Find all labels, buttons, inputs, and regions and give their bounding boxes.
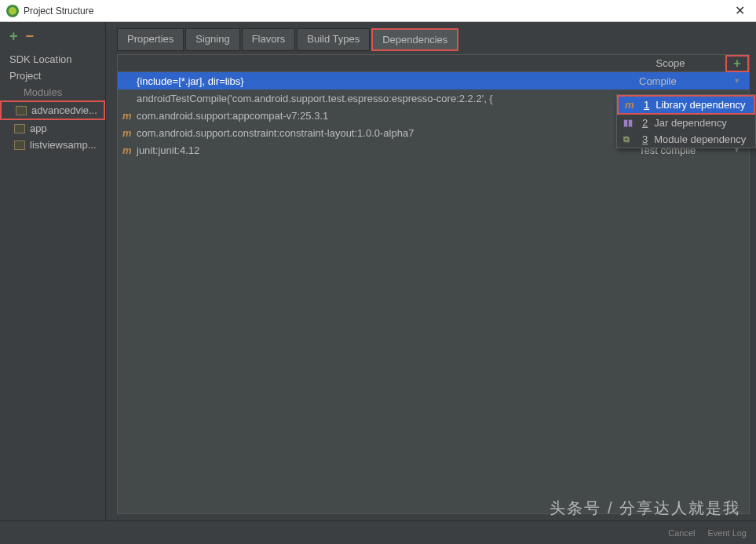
dependency-type-icon: m bbox=[122, 110, 133, 122]
tab-build-types[interactable]: Build Types bbox=[297, 28, 370, 51]
titlebar: Project Structure ✕ bbox=[0, 0, 756, 22]
dependency-name: com.android.support:appcompat-v7:25.3.1 bbox=[137, 110, 328, 122]
sidebar: + − SDK Location Project Modules advance… bbox=[0, 22, 106, 520]
jar-icon: ▮▮ bbox=[623, 118, 636, 128]
sidebar-item-project[interactable]: Project bbox=[0, 68, 105, 84]
add-module-icon[interactable]: + bbox=[9, 28, 18, 45]
module-icon bbox=[14, 141, 25, 150]
sidebar-item-advancedview[interactable]: advancedvie... bbox=[0, 100, 105, 120]
app-icon bbox=[6, 5, 19, 17]
menu-item-module-dependency[interactable]: ⧉ 3 Module dependency bbox=[617, 131, 755, 148]
remove-module-icon[interactable]: − bbox=[26, 28, 35, 45]
dependency-name: androidTestCompile('com.android.support.… bbox=[137, 93, 493, 104]
module-icon: ⧉ bbox=[623, 134, 636, 144]
sidebar-item-label: listviewsamp... bbox=[30, 139, 97, 151]
cancel-button[interactable]: Cancel bbox=[668, 528, 695, 538]
tab-flavors[interactable]: Flavors bbox=[242, 28, 296, 51]
chevron-down-icon[interactable]: ▼ bbox=[733, 77, 749, 85]
tab-properties[interactable]: Properties bbox=[117, 28, 184, 51]
sidebar-item-app[interactable]: app bbox=[0, 120, 105, 137]
tabs: Properties Signing Flavors Build Types D… bbox=[117, 28, 750, 51]
dependency-name: junit:junit:4.12 bbox=[137, 144, 199, 156]
sidebar-toolbar: + − bbox=[0, 28, 105, 51]
event-log-button[interactable]: Event Log bbox=[707, 528, 747, 538]
content: Properties Signing Flavors Build Types D… bbox=[111, 22, 756, 520]
add-dependency-menu: m 1 Library dependency ▮▮ 2 Jar dependen… bbox=[616, 94, 756, 148]
menu-hotkey: 1 bbox=[644, 99, 649, 111]
module-icon bbox=[16, 106, 27, 115]
menu-label: Jar dependency bbox=[654, 117, 727, 129]
tab-signing[interactable]: Signing bbox=[185, 28, 239, 51]
plus-icon: + bbox=[733, 57, 740, 71]
statusbar: Cancel Event Log bbox=[0, 520, 756, 544]
menu-label: Library dependency bbox=[656, 99, 745, 111]
dependency-type-icon: m bbox=[122, 127, 133, 139]
sidebar-header-modules: Modules bbox=[0, 84, 105, 100]
menu-label: Module dependency bbox=[654, 133, 746, 145]
tab-dependencies[interactable]: Dependencies bbox=[371, 28, 458, 51]
table-row[interactable]: {include=[*.jar], dir=libs} Compile ▼ bbox=[118, 72, 749, 89]
dependency-name: {include=[*.jar], dir=libs} bbox=[137, 75, 244, 87]
close-icon[interactable]: ✕ bbox=[730, 3, 750, 18]
dependency-type-icon: m bbox=[122, 144, 133, 156]
add-dependency-button[interactable]: + bbox=[725, 55, 749, 72]
sidebar-item-listviewsamp[interactable]: listviewsamp... bbox=[0, 137, 105, 153]
menu-item-jar-dependency[interactable]: ▮▮ 2 Jar dependency bbox=[617, 115, 755, 131]
dependency-name: com.android.support.constraint:constrain… bbox=[137, 127, 414, 139]
window-title: Project Structure bbox=[24, 5, 730, 16]
sidebar-item-label: advancedvie... bbox=[31, 104, 97, 116]
scope-select[interactable]: Compile bbox=[639, 75, 733, 87]
th-scope: Scope bbox=[615, 57, 725, 69]
sidebar-item-label: app bbox=[30, 122, 47, 134]
menu-item-library-dependency[interactable]: m 1 Library dependency bbox=[617, 95, 755, 115]
module-icon bbox=[14, 124, 25, 133]
table-header: Scope + bbox=[118, 55, 749, 72]
sidebar-item-sdk-location[interactable]: SDK Location bbox=[0, 51, 105, 68]
main-area: + − SDK Location Project Modules advance… bbox=[0, 22, 756, 520]
menu-hotkey: 3 bbox=[642, 133, 648, 145]
menu-hotkey: 2 bbox=[642, 117, 648, 129]
library-icon: m bbox=[625, 99, 637, 111]
